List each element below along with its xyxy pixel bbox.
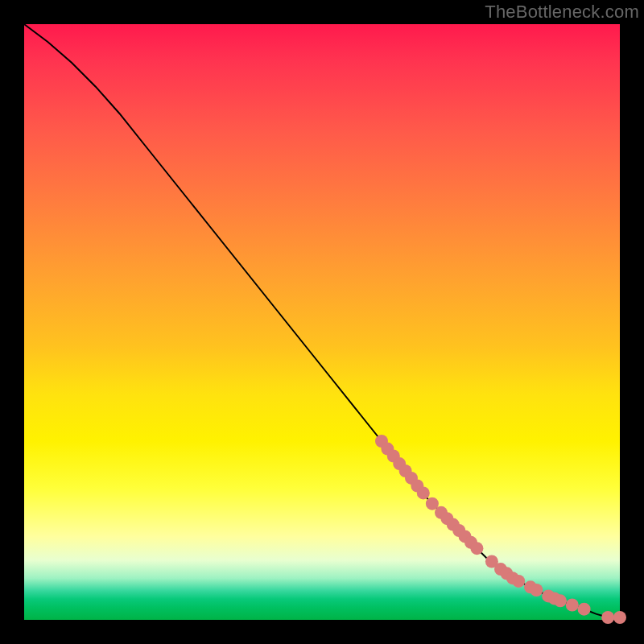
data-marker	[530, 584, 543, 597]
data-marker	[417, 486, 430, 499]
data-marker	[613, 611, 626, 624]
data-marker	[566, 599, 579, 612]
data-curve	[24, 24, 620, 617]
data-marker	[578, 603, 591, 616]
data-marker	[601, 611, 614, 624]
data-marker	[512, 575, 525, 588]
watermark-text: TheBottleneck.com	[485, 2, 639, 23]
plot-area	[24, 24, 620, 620]
data-marker	[470, 542, 483, 555]
data-markers	[375, 435, 626, 624]
chart-svg	[24, 24, 620, 620]
chart-frame: TheBottleneck.com	[0, 0, 644, 644]
data-marker	[554, 594, 567, 607]
